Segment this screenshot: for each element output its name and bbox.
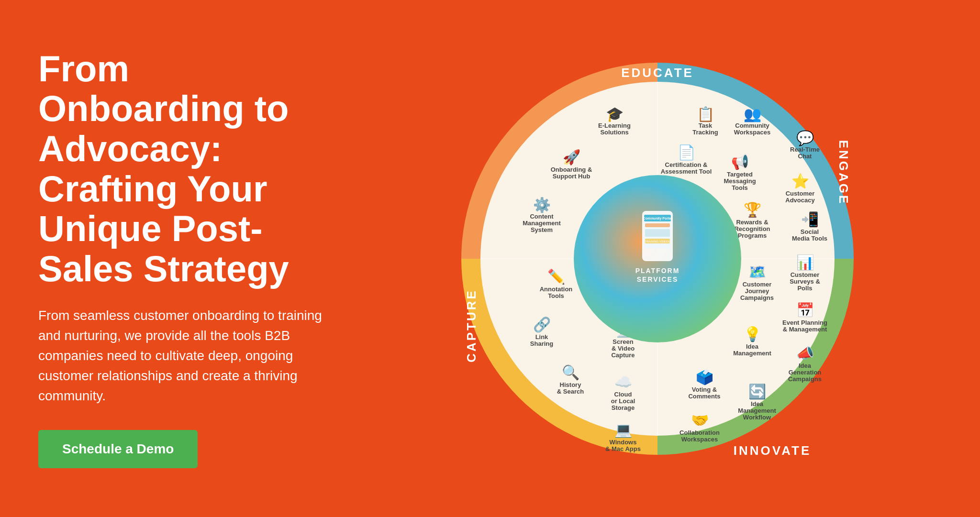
capture-label: CAPTURE [464, 289, 479, 363]
svg-text:& Management: & Management [783, 326, 827, 333]
svg-text:or Local: or Local [611, 397, 635, 405]
svg-text:👥: 👥 [744, 106, 762, 123]
svg-text:Capture: Capture [611, 352, 635, 359]
page-container: From Onboarding to Advocacy: Crafting Yo… [0, 0, 980, 517]
svg-text:Management: Management [523, 220, 561, 227]
wheel-svg: EDUCATE ENGAGE INNOVATE CAPTURE 🎓 E-Lear… [437, 39, 878, 479]
left-panel: From Onboarding to Advocacy: Crafting Yo… [38, 49, 373, 469]
svg-text:Workspaces: Workspaces [681, 436, 718, 443]
svg-text:& Mac Apps: & Mac Apps [605, 445, 641, 452]
svg-text:☁️: ☁️ [614, 374, 633, 391]
svg-text:Idea: Idea [799, 362, 812, 369]
svg-text:Customer: Customer [743, 281, 772, 288]
svg-text:Tracking: Tracking [692, 129, 718, 136]
svg-text:🔗: 🔗 [533, 316, 551, 333]
svg-text:📄: 📄 [678, 144, 696, 161]
svg-text:Community Portal: Community Portal [643, 217, 672, 220]
svg-text:Onboarding &: Onboarding & [551, 166, 592, 173]
svg-text:Campaigns: Campaigns [788, 375, 822, 383]
svg-text:Workflow: Workflow [743, 414, 771, 421]
svg-text:🗳️: 🗳️ [696, 369, 714, 386]
svg-text:Sharing: Sharing [530, 340, 553, 347]
svg-text:📊: 📊 [796, 254, 814, 271]
svg-text:Polls: Polls [797, 285, 812, 292]
svg-text:Screen: Screen [612, 338, 633, 345]
svg-text:⚙️: ⚙️ [533, 197, 551, 214]
svg-text:🗺️: 🗺️ [748, 264, 767, 281]
svg-text:Cloud: Cloud [614, 391, 632, 398]
svg-text:Task: Task [699, 122, 713, 129]
svg-text:💬: 💬 [796, 130, 814, 147]
svg-text:E-Learning: E-Learning [598, 122, 631, 129]
svg-text:🔍: 🔍 [562, 364, 580, 381]
svg-rect-98 [645, 229, 670, 237]
svg-text:Tools: Tools [548, 292, 564, 299]
svg-text:Advocacy: Advocacy [785, 197, 815, 204]
svg-text:✏️: ✏️ [547, 268, 566, 286]
svg-text:💻: 💻 [614, 421, 633, 439]
svg-text:Management: Management [733, 350, 771, 357]
svg-text:Workspaces: Workspaces [734, 129, 770, 136]
svg-text:Media Tools: Media Tools [792, 235, 827, 242]
svg-text:System: System [531, 226, 553, 233]
svg-text:Tools: Tools [732, 184, 748, 191]
svg-text:Targeted: Targeted [727, 171, 753, 178]
svg-text:📢: 📢 [731, 154, 749, 171]
svg-text:Windows: Windows [610, 439, 637, 446]
svg-text:Customer: Customer [791, 271, 820, 278]
svg-text:Support Hub: Support Hub [553, 173, 590, 180]
svg-text:Community: Community [735, 122, 769, 129]
innovate-label: INNOVATE [734, 443, 811, 458]
svg-text:🎓: 🎓 [606, 106, 624, 123]
svg-text:Idea: Idea [746, 343, 759, 350]
svg-text:History: History [560, 381, 582, 388]
right-panel: EDUCATE ENGAGE INNOVATE CAPTURE 🎓 E-Lear… [373, 39, 942, 479]
svg-text:Rewards &: Rewards & [736, 219, 768, 226]
svg-text:TRAINING VIDEOS: TRAINING VIDEOS [645, 240, 670, 243]
svg-text:🤝: 🤝 [691, 412, 709, 429]
svg-text:Link: Link [535, 333, 548, 341]
svg-text:Collaboration: Collaboration [679, 429, 720, 436]
subtext: From seamless customer onboarding to tra… [38, 306, 345, 406]
svg-text:Generation: Generation [789, 369, 822, 376]
svg-text:💡: 💡 [744, 326, 762, 343]
svg-text:Certification &: Certification & [665, 161, 708, 168]
svg-text:Real-Time: Real-Time [790, 146, 820, 153]
svg-text:& Video: & Video [612, 345, 635, 352]
svg-text:Campaigns: Campaigns [740, 294, 774, 301]
svg-text:Idea: Idea [751, 400, 764, 407]
educate-label: EDUCATE [621, 66, 694, 80]
svg-text:Surveys &: Surveys & [790, 278, 820, 285]
svg-text:Social: Social [801, 228, 819, 235]
wheel-diagram: EDUCATE ENGAGE INNOVATE CAPTURE 🎓 E-Lear… [437, 39, 878, 479]
svg-text:📣: 📣 [796, 345, 814, 362]
svg-text:Voting &: Voting & [692, 386, 717, 393]
svg-text:🏆: 🏆 [744, 201, 762, 219]
svg-text:Assessment Tool: Assessment Tool [661, 168, 712, 175]
svg-text:Storage: Storage [612, 404, 635, 411]
svg-text:SERVICES: SERVICES [637, 275, 679, 283]
svg-text:Recognition: Recognition [734, 225, 770, 232]
svg-text:📋: 📋 [697, 106, 715, 123]
svg-text:Event Planning: Event Planning [782, 319, 827, 326]
svg-text:Management: Management [738, 407, 776, 414]
svg-text:PLATFORM: PLATFORM [635, 267, 680, 275]
svg-rect-97 [645, 223, 670, 227]
svg-text:Journey: Journey [745, 287, 769, 295]
engage-label: ENGAGE [836, 140, 851, 205]
main-heading: From Onboarding to Advocacy: Crafting Yo… [38, 49, 345, 289]
demo-button[interactable]: Schedule a Demo [38, 430, 198, 468]
svg-text:Annotation: Annotation [540, 286, 573, 293]
svg-text:Comments: Comments [688, 393, 720, 400]
svg-text:🚀: 🚀 [563, 149, 581, 166]
svg-text:Solutions: Solutions [600, 129, 628, 136]
svg-text:📲: 📲 [801, 211, 819, 228]
svg-text:Content: Content [530, 213, 554, 220]
svg-text:& Search: & Search [557, 388, 584, 395]
svg-text:Chat: Chat [798, 153, 813, 160]
svg-text:Customer: Customer [786, 190, 815, 197]
svg-text:📅: 📅 [796, 302, 814, 319]
svg-text:Programs: Programs [738, 232, 767, 239]
svg-text:🔄: 🔄 [748, 383, 767, 400]
svg-text:⭐: ⭐ [791, 173, 810, 190]
